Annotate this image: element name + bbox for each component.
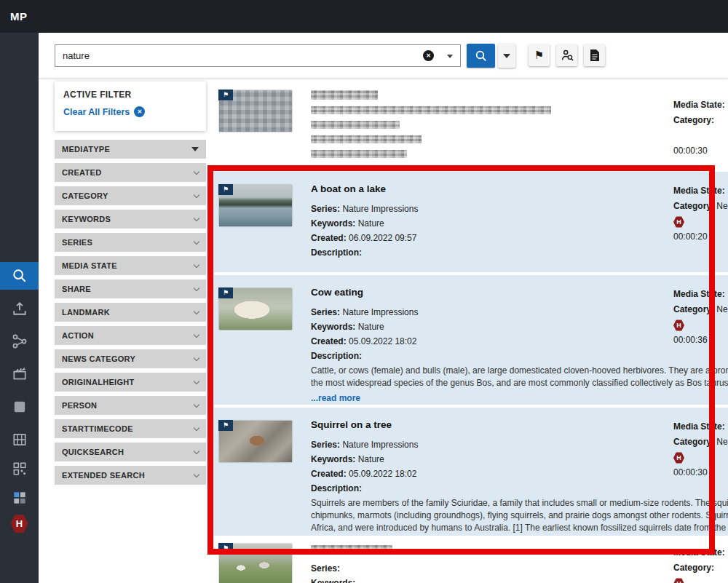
result-thumbnail[interactable]: ⚑	[219, 421, 292, 462]
hexagon-badge: H	[673, 216, 684, 228]
keywords-value: Nature	[358, 218, 384, 229]
filter-group-news-category[interactable]: NEWS CATEGORY	[55, 349, 206, 368]
sidebar-item-film-grid[interactable]	[0, 426, 39, 453]
read-more-link[interactable]: ...read more	[311, 393, 360, 403]
media-state-label: Media State:	[673, 419, 728, 435]
flag-icon: ⚑	[218, 543, 233, 554]
report-button[interactable]	[584, 44, 605, 66]
result-thumbnail[interactable]: ⚑	[219, 185, 292, 226]
filter-group-label: PERSON	[62, 401, 97, 410]
filter-group-extended-search[interactable]: EXTENDED SEARCH	[55, 466, 206, 485]
filter-group-quicksearch[interactable]: QUICKSEARCH	[55, 443, 206, 461]
sidebar-item-upload[interactable]	[0, 295, 39, 322]
filter-group-series[interactable]: SERIES	[55, 233, 206, 252]
redacted-title	[311, 90, 378, 100]
redacted-line	[311, 121, 400, 129]
filter-group-category[interactable]: CATEGORY	[55, 186, 206, 205]
series-label: Series:	[311, 307, 340, 317]
result-thumbnail[interactable]: ⚑	[219, 90, 292, 132]
search-box: ✕	[55, 44, 461, 67]
result-thumbnail[interactable]: ⚑	[219, 288, 292, 330]
filter-group-created[interactable]: CREATED	[55, 163, 206, 182]
person-search-icon	[561, 49, 574, 62]
apps-grid-icon	[12, 490, 28, 506]
hexagon-badge: H	[673, 452, 684, 464]
filter-group-person[interactable]: PERSON	[55, 396, 206, 415]
result-thumbnail[interactable]: ⚑	[219, 544, 292, 583]
filter-group-label: CATEGORY	[62, 191, 108, 200]
result-row[interactable]: ⚑ Media State: Category: 00:00:30	[207, 82, 728, 169]
flag-icon: ⚑	[218, 420, 233, 431]
filter-groups: MEDIATYPE CREATED CATEGORY KEYWORDS SERI…	[55, 140, 206, 489]
created-label: Created:	[311, 233, 347, 243]
created-label: Created:	[311, 469, 347, 479]
sidebar-item-qrcode[interactable]	[0, 455, 39, 483]
created-value: 05.09.2022 18:02	[349, 336, 416, 346]
document-icon	[589, 49, 601, 62]
hexagon-letter: H	[676, 454, 681, 461]
filter-group-keywords[interactable]: KEYWORDS	[55, 210, 206, 229]
filter-group-starttimecode[interactable]: STARTTIMECODE	[55, 419, 206, 438]
chevron-down-icon	[194, 285, 199, 290]
category-label: Category:	[673, 563, 714, 573]
duration-value: 00:00:30	[673, 465, 728, 480]
sidebar-item-brand[interactable]: H	[0, 507, 39, 539]
result-meta: Media State: Category: 00:00:30	[673, 98, 728, 159]
chevron-down-icon	[503, 54, 510, 58]
search-input[interactable]	[55, 45, 460, 66]
series-label: Series:	[311, 204, 340, 214]
filter-group-label: SERIES	[62, 238, 92, 247]
category-label: Category:	[673, 437, 714, 447]
result-row[interactable]: ⚑ Squirrel on a tree Series: Nature Impr…	[207, 408, 728, 536]
redacted-text-block	[311, 90, 728, 158]
filter-group-label: LANDMARK	[62, 308, 110, 317]
filter-group-label: EXTENDED SEARCH	[62, 471, 145, 480]
media-state-label: Media State:	[673, 183, 728, 199]
filter-group-landmark[interactable]: LANDMARK	[55, 303, 206, 322]
clear-search-icon[interactable]: ✕	[423, 50, 434, 61]
filter-group-mediatype[interactable]: MEDIATYPE	[55, 140, 206, 159]
sidebar-item-search[interactable]	[0, 262, 39, 290]
series-value: Nature Impressions	[342, 307, 418, 317]
chevron-down-icon	[194, 191, 199, 197]
keywords-label: Keywords:	[311, 578, 355, 583]
film-grid-icon	[12, 432, 28, 448]
search-toolbar: ✕ ⚑	[39, 33, 728, 78]
series-value: Nature Impressions	[342, 204, 418, 214]
search-button[interactable]	[467, 44, 495, 68]
filter-group-label: ORIGINALHEIGHT	[62, 378, 135, 386]
filter-group-share[interactable]: SHARE	[55, 279, 206, 298]
keywords-label: Keywords:	[311, 454, 355, 464]
filter-group-label: QUICKSEARCH	[62, 448, 124, 456]
person-search-button[interactable]	[556, 44, 577, 66]
sidebar-item-connections[interactable]	[0, 328, 39, 355]
result-row[interactable]: ⚑ A boat on a lake Series: Nature Impres…	[207, 172, 728, 272]
filter-group-label: CREATED	[62, 168, 101, 177]
filter-group-action[interactable]: ACTION	[55, 326, 206, 345]
sidebar-item-square[interactable]	[0, 393, 39, 421]
filter-group-label: ACTION	[62, 331, 94, 340]
hexagon-letter: H	[676, 218, 681, 226]
saved-searches-button[interactable]: ⚑	[529, 44, 550, 66]
result-row[interactable]: ⚑ Series: Keywords: Media State: Categor…	[207, 539, 728, 583]
redacted-title	[311, 545, 392, 554]
duration-value: 00:00:36	[673, 333, 728, 348]
keywords-label: Keywords:	[311, 218, 355, 229]
search-history-caret-icon[interactable]	[447, 55, 453, 58]
filter-group-originalheight[interactable]: ORIGINALHEIGHT	[55, 373, 206, 392]
filter-group-media-state[interactable]: MEDIA STATE	[55, 256, 206, 275]
hexagon-letter: H	[676, 322, 681, 329]
app-logo: MP	[10, 0, 728, 33]
hexagon-letter: H	[676, 580, 681, 583]
chevron-down-icon	[194, 378, 199, 384]
search-options-button[interactable]	[498, 44, 515, 68]
filter-group-label: KEYWORDS	[62, 215, 111, 223]
chevron-down-icon	[191, 147, 199, 151]
description-label: Description:	[311, 351, 362, 361]
sidebar-item-clapperboard[interactable]	[0, 360, 39, 388]
square-icon	[12, 399, 28, 415]
result-row[interactable]: ⚑ Cow eating Series: Nature Impressions …	[207, 275, 728, 405]
clear-all-filters-link[interactable]: Clear All Filters ✕	[63, 106, 197, 117]
keywords-label: Keywords:	[311, 322, 355, 332]
filter-group-label: STARTTIMECODE	[62, 424, 133, 433]
